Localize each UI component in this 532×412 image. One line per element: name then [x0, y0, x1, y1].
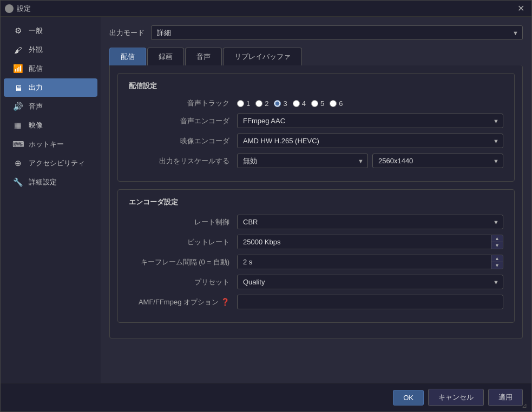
sidebar-item-streaming[interactable]: 📶 配信: [4, 59, 97, 78]
tab-replay-buffer[interactable]: リプレイバッファ: [223, 48, 302, 65]
output-mode-select[interactable]: 詳細 シンプル: [151, 25, 523, 40]
keyboard-icon: ⌨: [12, 139, 23, 149]
bitrate-spin-buttons: ▲ ▼: [491, 235, 503, 249]
titlebar-left: 設定: [5, 4, 31, 14]
track-6-label: 6: [339, 99, 343, 108]
tab-streaming[interactable]: 配信: [109, 48, 146, 65]
preset-label: プリセット: [129, 277, 237, 287]
sidebar-item-accessibility[interactable]: ⊕ アクセシビリティ: [4, 154, 97, 172]
bottom-bar: OK キャンセル 適用: [1, 383, 531, 411]
sidebar-label-general: 一般: [29, 26, 43, 36]
sidebar-item-video[interactable]: ▦ 映像: [4, 116, 97, 135]
sidebar-label-accessibility: アクセシビリティ: [29, 158, 85, 168]
tab-content: 配信設定 音声トラック 1 2 3: [109, 65, 523, 338]
keyframe-spinbox: ▲ ▼: [237, 255, 503, 269]
speaker-icon: 🔊: [12, 102, 23, 111]
audio-encoder-select[interactable]: FFmpeg AAC: [237, 114, 503, 128]
ok-button[interactable]: OK: [393, 390, 424, 406]
wifi-icon: 📶: [12, 64, 23, 74]
close-button[interactable]: ✕: [514, 2, 527, 15]
streaming-section-title: 配信設定: [129, 81, 503, 91]
keyframe-input[interactable]: [238, 255, 491, 269]
output-mode-label: 出力モード: [109, 28, 145, 38]
audio-track-6[interactable]: 6: [330, 99, 343, 108]
amf-help-icon[interactable]: ❓: [221, 298, 229, 306]
rescale-row: 出力をリスケールする 無効 ▼ 2560x1440: [129, 154, 503, 168]
rate-control-label: レート制御: [129, 217, 237, 227]
tab-recording[interactable]: 録画: [147, 48, 184, 65]
preset-select[interactable]: Quality: [237, 275, 503, 289]
keyframe-row: キーフレーム間隔 (0 = 自動) ▲ ▼: [129, 255, 503, 269]
sidebar-item-general[interactable]: ⚙ 一般: [4, 22, 97, 40]
content-area: 出力モード 詳細 シンプル ▼ 配信 録画 音声 リプレイバッファ: [101, 17, 531, 383]
amf-input-wrapper: [237, 295, 503, 309]
rescale-select[interactable]: 無効: [237, 154, 368, 168]
audio-encoder-row: 音声エンコーダ FFmpeg AAC ▼: [129, 114, 503, 128]
apply-button[interactable]: 適用: [488, 389, 523, 406]
track-1-label: 1: [246, 99, 250, 108]
rescale-controls: 無効 ▼ 2560x1440 ▼: [237, 154, 503, 168]
audio-track-5[interactable]: 5: [311, 99, 324, 108]
keyframe-down-button[interactable]: ▼: [491, 262, 503, 269]
sidebar-label-hotkeys: ホットキー: [29, 139, 64, 149]
sidebar: ⚙ 一般 🖌 外観 📶 配信 🖥 出力 🔊 音声 ▦ 映像: [1, 17, 101, 383]
audio-encoder-wrapper: FFmpeg AAC ▼: [237, 114, 503, 128]
audio-track-4[interactable]: 4: [293, 99, 306, 108]
video-encoder-label: 映像エンコーダ: [129, 136, 237, 146]
tab-audio[interactable]: 音声: [185, 48, 222, 65]
audio-track-row: 音声トラック 1 2 3 4: [129, 98, 503, 108]
amf-row: AMF/FFmpeg オプション ❓: [129, 295, 503, 309]
sidebar-item-advanced[interactable]: 🔧 詳細設定: [4, 173, 97, 191]
bitrate-up-button[interactable]: ▲: [491, 235, 503, 242]
keyframe-up-button[interactable]: ▲: [491, 255, 503, 262]
titlebar: 設定 ✕: [1, 1, 531, 17]
sidebar-label-advanced: 詳細設定: [29, 177, 57, 187]
amf-label-text: AMF/FFmpeg オプション: [139, 297, 219, 307]
streaming-settings-section: 配信設定 音声トラック 1 2 3: [117, 73, 515, 182]
bitrate-row: ビットレート ▲ ▼: [129, 235, 503, 249]
main-content: ⚙ 一般 🖌 外観 📶 配信 🖥 出力 🔊 音声 ▦ 映像: [1, 17, 531, 383]
track-2-label: 2: [265, 99, 268, 108]
output-mode-select-wrapper: 詳細 シンプル ▼: [151, 25, 523, 40]
sidebar-item-appearance[interactable]: 🖌 外観: [4, 41, 97, 59]
amf-input[interactable]: [237, 295, 503, 309]
bitrate-spinbox: ▲ ▼: [237, 235, 503, 249]
cancel-button[interactable]: キャンセル: [428, 389, 484, 406]
rescale-resolution-select[interactable]: 2560x1440: [372, 154, 503, 168]
track-3-label: 3: [283, 99, 287, 108]
paint-icon: 🖌: [12, 45, 23, 55]
bitrate-input[interactable]: [238, 235, 491, 249]
amf-label: AMF/FFmpeg オプション ❓: [129, 297, 237, 307]
video-encoder-select[interactable]: AMD HW H.265 (HEVC): [237, 134, 503, 148]
preset-wrapper: Quality ▼: [237, 275, 503, 289]
sidebar-item-output[interactable]: 🖥 出力: [4, 78, 97, 97]
track-5-label: 5: [320, 99, 324, 108]
rate-control-select[interactable]: CBR: [237, 215, 503, 229]
audio-track-label: 音声トラック: [129, 98, 237, 108]
tab-bar: 配信 録画 音声 リプレイバッファ: [109, 48, 523, 65]
audio-track-2[interactable]: 2: [255, 99, 268, 108]
sidebar-label-output: 出力: [29, 83, 43, 92]
video-icon: ▦: [12, 121, 23, 130]
app-icon: [5, 4, 14, 13]
sidebar-label-audio: 音声: [29, 102, 43, 111]
encoder-section-title: エンコーダ設定: [129, 197, 503, 207]
sidebar-item-hotkeys[interactable]: ⌨ ホットキー: [4, 135, 97, 154]
bitrate-label: ビットレート: [129, 237, 237, 247]
audio-track-3[interactable]: 3: [274, 99, 287, 108]
audio-track-1[interactable]: 1: [237, 99, 250, 108]
settings-window: 設定 ✕ ⚙ 一般 🖌 外観 📶 配信 🖥 出力 🔊: [0, 0, 532, 412]
bottom-bar-wrapper: OK キャンセル 適用 ⊿: [1, 383, 531, 411]
audio-track-group: 1 2 3 4 5: [237, 99, 503, 108]
preset-row: プリセット Quality ▼: [129, 275, 503, 289]
sidebar-item-audio[interactable]: 🔊 音声: [4, 97, 97, 116]
gear-icon: ⚙: [12, 26, 23, 36]
rescale-resolution-wrapper: 2560x1440 ▼: [372, 154, 503, 168]
keyframe-spin-buttons: ▲ ▼: [491, 255, 503, 269]
rescale-select-wrapper: 無効 ▼: [237, 154, 368, 168]
video-encoder-row: 映像エンコーダ AMD HW H.265 (HEVC) ▼: [129, 134, 503, 148]
bitrate-down-button[interactable]: ▼: [491, 242, 503, 249]
resize-handle-icon[interactable]: ⊿: [522, 402, 529, 409]
track-4-label: 4: [302, 99, 306, 108]
accessibility-icon: ⊕: [12, 158, 23, 168]
